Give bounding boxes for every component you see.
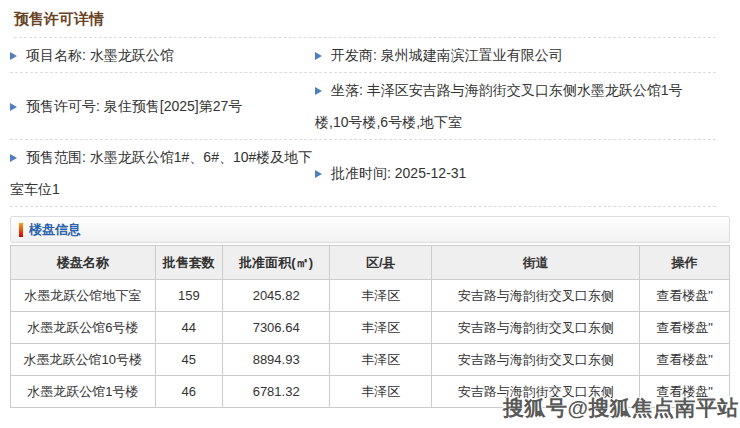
cell-approved-area: 6781.32 — [223, 376, 330, 408]
cell-district: 丰泽区 — [330, 312, 432, 344]
field-permit-number: 预售许可号: 泉住预售[2025]第27号 — [10, 90, 315, 122]
cell-street: 安吉路与海韵街交叉口东侧 — [432, 280, 640, 312]
col-header-building-name: 楼盘名称 — [11, 246, 156, 280]
field-location: 坐落: 丰泽区安吉路与海韵街交叉口东侧水墨龙跃公馆1号楼,10号楼,6号楼,地下… — [315, 74, 716, 138]
building-info-section-header: 楼盘信息 — [10, 216, 730, 243]
cell-building-name: 水墨龙跃公馆6号楼 — [11, 312, 156, 344]
col-header-action: 操作 — [640, 246, 730, 280]
cell-action: 查看楼盘" — [640, 280, 730, 312]
cell-approved-units: 46 — [155, 376, 223, 408]
field-label: 批准时间: — [331, 165, 395, 181]
bullet-arrow-icon — [315, 87, 326, 95]
field-label: 预售许可号: — [26, 98, 104, 114]
table-row: 水墨龙跃公馆地下室 159 2045.82 丰泽区 安吉路与海韵街交叉口东侧 查… — [11, 280, 730, 312]
bullet-arrow-icon — [315, 170, 326, 178]
field-value: 丰泽区安吉路与海韵街交叉口东侧水墨龙跃公馆1号楼,10号楼,6号楼,地下室 — [315, 82, 683, 130]
building-info-table: 楼盘名称 批售套数 批准面积(㎡) 区/县 街道 操作 水墨龙跃公馆地下室 15… — [10, 245, 730, 408]
cell-approved-area: 8894.93 — [223, 344, 330, 376]
bullet-arrow-icon — [10, 52, 21, 60]
field-value: 2025-12-31 — [395, 165, 467, 181]
presale-permit-panel: 预售许可详情 项目名称: 水墨龙跃公馆 开发商: 泉州城建南滨江置业有限公司 预… — [0, 0, 740, 408]
cell-approved-units: 159 — [155, 280, 223, 312]
cell-approved-area: 2045.82 — [223, 280, 330, 312]
section-title: 楼盘信息 — [29, 221, 81, 239]
cell-building-name: 水墨龙跃公馆地下室 — [11, 280, 156, 312]
field-label: 项目名称: — [26, 47, 90, 63]
permit-info-grid: 项目名称: 水墨龙跃公馆 开发商: 泉州城建南滨江置业有限公司 预售许可号: 泉… — [10, 38, 716, 207]
cell-approved-area: 7306.64 — [223, 312, 330, 344]
view-building-link[interactable]: 查看楼盘" — [656, 320, 713, 335]
cell-building-name: 水墨龙跃公馆10号楼 — [11, 344, 156, 376]
table-row: 水墨龙跃公馆10号楼 45 8894.93 丰泽区 安吉路与海韵街交叉口东侧 查… — [11, 344, 730, 376]
col-header-district: 区/县 — [330, 246, 432, 280]
view-building-link[interactable]: 查看楼盘" — [656, 352, 713, 367]
field-label: 坐落: — [331, 82, 367, 98]
field-value: 水墨龙跃公馆 — [90, 47, 174, 63]
cell-district: 丰泽区 — [330, 376, 432, 408]
table-row: 水墨龙跃公馆6号楼 44 7306.64 丰泽区 安吉路与海韵街交叉口东侧 查看… — [11, 312, 730, 344]
field-presale-scope: 预售范围: 水墨龙跃公馆1#、6#、10#楼及地下室车位1 — [10, 141, 315, 205]
cell-approved-units: 44 — [155, 312, 223, 344]
info-row-1: 项目名称: 水墨龙跃公馆 开发商: 泉州城建南滨江置业有限公司 — [10, 38, 716, 73]
cell-district: 丰泽区 — [330, 280, 432, 312]
cell-action: 查看楼盘" — [640, 312, 730, 344]
field-label: 开发商: — [331, 47, 381, 63]
field-approval-date: 批准时间: 2025-12-31 — [315, 157, 716, 189]
cell-approved-units: 45 — [155, 344, 223, 376]
info-row-3: 预售范围: 水墨龙跃公馆1#、6#、10#楼及地下室车位1 批准时间: 2025… — [10, 140, 716, 207]
col-header-street: 街道 — [432, 246, 640, 280]
field-developer: 开发商: 泉州城建南滨江置业有限公司 — [315, 39, 716, 71]
table-header-row: 楼盘名称 批售套数 批准面积(㎡) 区/县 街道 操作 — [11, 246, 730, 280]
field-label: 预售范围: — [26, 149, 90, 165]
field-project-name: 项目名称: 水墨龙跃公馆 — [10, 39, 315, 71]
cell-street: 安吉路与海韵街交叉口东侧 — [432, 344, 640, 376]
bullet-arrow-icon — [315, 52, 326, 60]
field-value: 泉住预售[2025]第27号 — [104, 98, 243, 114]
bullet-arrow-icon — [10, 154, 21, 162]
view-building-link[interactable]: 查看楼盘" — [656, 288, 713, 303]
col-header-approved-area: 批准面积(㎡) — [223, 246, 330, 280]
cell-district: 丰泽区 — [330, 344, 432, 376]
cell-building-name: 水墨龙跃公馆1号楼 — [11, 376, 156, 408]
cell-street: 安吉路与海韵街交叉口东侧 — [432, 312, 640, 344]
cell-action: 查看楼盘" — [640, 344, 730, 376]
sohu-watermark: 搜狐号@搜狐焦点南平站 — [503, 394, 739, 422]
col-header-approved-units: 批售套数 — [155, 246, 223, 280]
info-row-2: 预售许可号: 泉住预售[2025]第27号 坐落: 丰泽区安吉路与海韵街交叉口东… — [10, 73, 716, 140]
section-marker-bar-icon — [19, 223, 23, 237]
field-value: 泉州城建南滨江置业有限公司 — [381, 47, 563, 63]
bullet-arrow-icon — [10, 103, 21, 111]
page-title: 预售许可详情 — [14, 0, 716, 38]
